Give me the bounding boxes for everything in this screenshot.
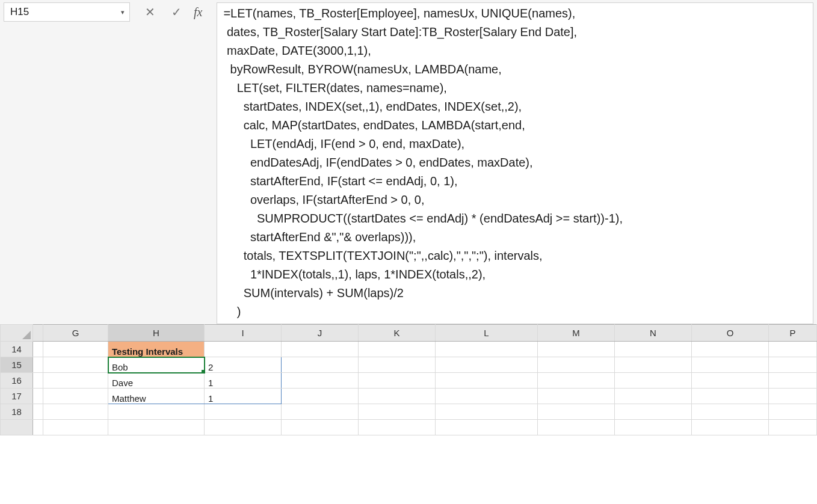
cell-H18[interactable]	[108, 404, 205, 420]
cell-I19[interactable]	[205, 420, 282, 435]
cell-N15[interactable]	[615, 357, 692, 373]
formula-toolbar: H15 ▾ ✕ ✓ fx =LET(names, TB_Roster[Emplo…	[0, 0, 817, 324]
cell-M17[interactable]	[538, 389, 615, 404]
cancel-icon[interactable]: ✕	[141, 3, 159, 21]
cell-G17[interactable]	[43, 389, 108, 404]
row-header-17[interactable]: 17	[1, 389, 33, 404]
cell-J17[interactable]	[282, 389, 359, 404]
cell-J14[interactable]	[282, 342, 359, 357]
cell-L15[interactable]	[436, 357, 538, 373]
cell-K14[interactable]	[359, 342, 436, 357]
gutter-cell	[33, 373, 43, 389]
gutter-cell	[33, 389, 43, 404]
column-header-K[interactable]: K	[359, 325, 436, 342]
cell-M14[interactable]	[538, 342, 615, 357]
column-header-M[interactable]: M	[538, 325, 615, 342]
column-header-N[interactable]: N	[615, 325, 692, 342]
cell-P17[interactable]	[769, 389, 817, 404]
select-all-corner[interactable]	[1, 325, 33, 342]
gutter-cell	[33, 342, 43, 357]
fx-icon[interactable]: fx	[194, 2, 202, 22]
cell-G16[interactable]	[43, 373, 108, 389]
gutter-cell	[33, 420, 43, 435]
cell-I15[interactable]: 2	[205, 357, 282, 373]
cell-L19[interactable]	[436, 420, 538, 435]
cell-P14[interactable]	[769, 342, 817, 357]
cell-K16[interactable]	[359, 373, 436, 389]
cell-O16[interactable]	[692, 373, 769, 389]
cell-G18[interactable]	[43, 404, 108, 420]
cell-O15[interactable]	[692, 357, 769, 373]
gutter	[33, 325, 43, 342]
row-header-19[interactable]	[1, 420, 33, 435]
cell-K18[interactable]	[359, 404, 436, 420]
cell-P18[interactable]	[769, 404, 817, 420]
cell-H16[interactable]: Dave	[108, 373, 205, 389]
cell-I17[interactable]: 1	[205, 389, 282, 404]
cell-O17[interactable]	[692, 389, 769, 404]
cell-O19[interactable]	[692, 420, 769, 435]
cell-L14[interactable]	[436, 342, 538, 357]
column-header-P[interactable]: P	[769, 325, 817, 342]
chevron-down-icon[interactable]: ▾	[121, 8, 125, 16]
spreadsheet-grid[interactable]: GHIJKLMNOP14Testing Intervals15Bob216Dav…	[0, 324, 817, 504]
cell-N19[interactable]	[615, 420, 692, 435]
cell-P15[interactable]	[769, 357, 817, 373]
column-header-L[interactable]: L	[436, 325, 538, 342]
column-header-J[interactable]: J	[282, 325, 359, 342]
gutter-cell	[33, 404, 43, 420]
cell-G19[interactable]	[43, 420, 108, 435]
row-header-14[interactable]: 14	[1, 342, 33, 357]
cell-J18[interactable]	[282, 404, 359, 420]
cell-I16[interactable]: 1	[205, 373, 282, 389]
column-header-O[interactable]: O	[692, 325, 769, 342]
cell-J19[interactable]	[282, 420, 359, 435]
column-header-G[interactable]: G	[43, 325, 108, 342]
cell-N18[interactable]	[615, 404, 692, 420]
cell-P19[interactable]	[769, 420, 817, 435]
cell-O14[interactable]	[692, 342, 769, 357]
cell-J15[interactable]	[282, 357, 359, 373]
cell-P16[interactable]	[769, 373, 817, 389]
cell-J16[interactable]	[282, 373, 359, 389]
column-header-I[interactable]: I	[205, 325, 282, 342]
cell-H19[interactable]	[108, 420, 205, 435]
cell-M18[interactable]	[538, 404, 615, 420]
cell-K15[interactable]	[359, 357, 436, 373]
cell-H15[interactable]: Bob	[108, 357, 205, 373]
formula-bar[interactable]: =LET(names, TB_Roster[Employee], namesUx…	[217, 2, 813, 324]
cell-L18[interactable]	[436, 404, 538, 420]
cell-N14[interactable]	[615, 342, 692, 357]
cell-N17[interactable]	[615, 389, 692, 404]
cell-M19[interactable]	[538, 420, 615, 435]
cell-H14[interactable]: Testing Intervals	[108, 342, 205, 357]
enter-icon[interactable]: ✓	[167, 3, 185, 21]
formula-bar-buttons: ✕ ✓ fx	[141, 2, 206, 22]
cell-G14[interactable]	[43, 342, 108, 357]
name-box-value: H15	[10, 6, 29, 18]
cell-G15[interactable]	[43, 357, 108, 373]
cell-I14[interactable]	[205, 342, 282, 357]
cell-K19[interactable]	[359, 420, 436, 435]
name-box[interactable]: H15 ▾	[4, 2, 130, 22]
cell-M15[interactable]	[538, 357, 615, 373]
cell-L16[interactable]	[436, 373, 538, 389]
cell-H17[interactable]: Matthew	[108, 389, 205, 404]
row-header-18[interactable]: 18	[1, 404, 33, 420]
cell-L17[interactable]	[436, 389, 538, 404]
cell-N16[interactable]	[615, 373, 692, 389]
cell-I18[interactable]	[205, 404, 282, 420]
column-header-H[interactable]: H	[108, 325, 205, 342]
gutter-cell	[33, 357, 43, 373]
row-header-16[interactable]: 16	[1, 373, 33, 389]
row-header-15[interactable]: 15	[1, 357, 33, 373]
cell-K17[interactable]	[359, 389, 436, 404]
cell-O18[interactable]	[692, 404, 769, 420]
cell-M16[interactable]	[538, 373, 615, 389]
